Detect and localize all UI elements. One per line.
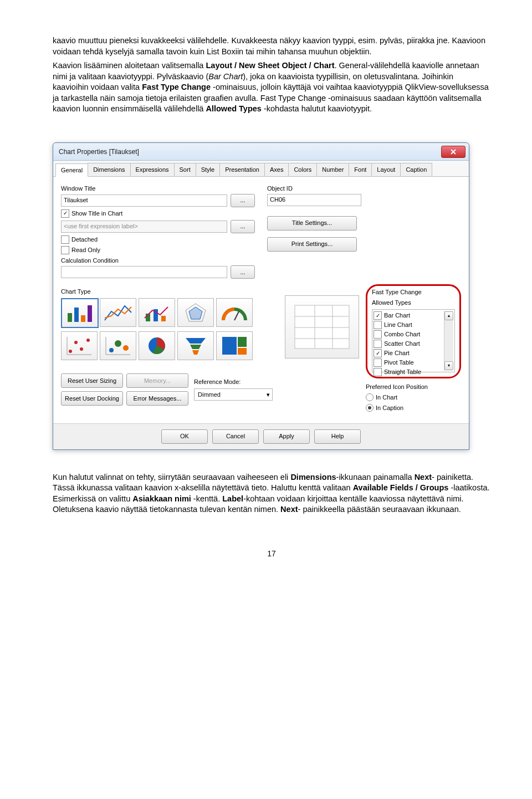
print-settings-button[interactable]: Print Settings... [267, 237, 357, 252]
reference-mode-label: Reference Mode: [194, 378, 273, 386]
tab-colors[interactable]: Colors [288, 163, 317, 176]
t: Bar Chart [208, 72, 243, 81]
chart-subtype-preview[interactable] [285, 295, 359, 358]
allowed-type-row[interactable]: ✓Pie Chart [374, 349, 444, 358]
fast-type-change-highlight: Fast Type Change Allowed Types ✓Bar Char… [366, 284, 461, 378]
t: Next [415, 473, 432, 482]
chart-type-pie[interactable] [139, 331, 175, 360]
scroll-down-icon[interactable]: ▾ [444, 361, 453, 370]
t: -kohdasta halutut kaaviotyypit. [262, 104, 372, 113]
ftc-allowed-label: Allowed Types [372, 299, 455, 307]
allowed-type-checkbox[interactable] [374, 368, 382, 376]
object-id-input[interactable]: CH06 [267, 194, 361, 206]
allowed-type-row[interactable]: Line Chart [374, 320, 444, 330]
title-expression-expr-button[interactable]: ... [231, 220, 255, 233]
ok-button[interactable]: OK [161, 429, 208, 444]
reference-mode-value: Dimmed [198, 391, 221, 399]
chart-type-block[interactable] [216, 331, 253, 360]
window-title-expr-button[interactable]: ... [231, 194, 255, 207]
tab-expressions[interactable]: Expressions [130, 163, 175, 176]
show-title-checkbox[interactable]: ✓ [61, 209, 69, 218]
tab-general[interactable]: General [55, 163, 88, 177]
allowed-type-label: Bar Chart [384, 311, 410, 320]
title-settings-button[interactable]: Title Settings... [267, 216, 357, 231]
tab-style[interactable]: Style [196, 163, 220, 176]
intro-para-2: Kaavion lisääminen aloitetaan valitsemal… [53, 60, 490, 115]
tab-layout[interactable]: Layout [371, 163, 401, 176]
title-expression-input[interactable]: <use first expression label> [61, 221, 227, 233]
reference-mode-combo[interactable]: Dimmed ▾ [194, 388, 273, 401]
calc-cond-input[interactable] [61, 266, 227, 278]
help-button[interactable]: Help [314, 429, 361, 444]
window-title-label: Window Title [61, 185, 255, 193]
svg-marker-23 [190, 345, 201, 349]
close-icon [451, 149, 456, 155]
calc-cond-expr-button[interactable]: ... [231, 265, 255, 279]
svg-rect-6 [161, 316, 166, 321]
chart-type-grid[interactable] [100, 331, 136, 360]
error-messages-button[interactable]: Error Messages... [126, 391, 188, 406]
window-title-input[interactable]: Tilaukset [61, 194, 227, 207]
svg-point-19 [115, 340, 121, 347]
allowed-type-row[interactable]: Combo Chart [374, 330, 444, 339]
readonly-checkbox[interactable] [61, 246, 69, 254]
svg-rect-1 [74, 308, 79, 322]
allowed-type-label: Straight Table [384, 368, 421, 376]
tab-axes[interactable]: Axes [264, 163, 289, 176]
in-caption-radio[interactable] [366, 404, 374, 412]
allowed-type-checkbox[interactable]: ✓ [374, 349, 382, 357]
tab-caption[interactable]: Caption [400, 163, 432, 176]
cancel-button[interactable]: Cancel [212, 429, 259, 444]
svg-marker-24 [192, 350, 199, 355]
detached-checkbox[interactable] [61, 235, 69, 244]
chart-type-combo[interactable] [139, 298, 175, 327]
list-scrollbar[interactable]: ▴ ▾ [444, 311, 453, 371]
svg-point-20 [123, 345, 129, 351]
svg-marker-8 [189, 307, 202, 319]
memory-button[interactable]: Memory... [126, 373, 188, 388]
chart-type-line[interactable] [100, 298, 136, 327]
reset-user-docking-button[interactable]: Reset User Docking [61, 391, 123, 406]
t: Asiakkaan nimi [132, 494, 191, 503]
tab-font[interactable]: Font [349, 163, 372, 176]
allowed-type-label: Line Chart [384, 321, 412, 329]
ftc-label: Fast Type Change [372, 288, 455, 296]
close-button[interactable] [441, 146, 466, 158]
chart-properties-dialog: Chart Properties [Tilaukset] General Dim… [53, 142, 469, 450]
apply-button[interactable]: Apply [263, 429, 310, 444]
svg-point-13 [86, 339, 90, 342]
readonly-label: Read Only [71, 246, 100, 254]
allowed-type-row[interactable]: Pivot Table [374, 358, 444, 367]
reset-user-sizing-button[interactable]: Reset User Sizing [61, 373, 123, 388]
dialog-button-bar: OK Cancel Apply Help [53, 423, 469, 449]
scroll-up-icon[interactable]: ▴ [444, 311, 453, 320]
allowed-type-checkbox[interactable] [374, 330, 382, 339]
chart-type-scatter[interactable] [61, 331, 98, 360]
allowed-types-list[interactable]: ✓Bar ChartLine ChartCombo ChartScatter C… [372, 309, 455, 372]
tab-dimensions[interactable]: Dimensions [88, 163, 130, 176]
dialog-titlebar: Chart Properties [Tilaukset] [53, 143, 469, 161]
chart-type-funnel[interactable] [177, 331, 214, 360]
chart-type-radar[interactable] [177, 298, 214, 327]
tab-number[interactable]: Number [316, 163, 349, 176]
allowed-type-checkbox[interactable] [374, 321, 382, 329]
t: Dimensions [290, 473, 336, 482]
show-title-label: Show Title in Chart [71, 209, 122, 218]
allowed-type-checkbox[interactable] [374, 340, 382, 348]
tab-presentation[interactable]: Presentation [219, 163, 265, 176]
calc-cond-label: Calculation Condition [61, 257, 255, 265]
svg-rect-26 [238, 337, 247, 347]
allowed-type-checkbox[interactable] [374, 358, 382, 367]
in-chart-radio[interactable] [366, 393, 374, 401]
tab-sort[interactable]: Sort [174, 163, 196, 176]
svg-line-9 [234, 311, 239, 320]
allowed-type-row[interactable]: ✓Bar Chart [374, 311, 444, 320]
allowed-type-label: Combo Chart [384, 330, 420, 339]
allowed-type-checkbox[interactable]: ✓ [374, 311, 382, 320]
object-id-label: Object ID [267, 185, 461, 193]
chart-type-gauge[interactable] [216, 298, 253, 327]
chart-type-bar[interactable] [61, 298, 99, 328]
allowed-type-row[interactable]: Straight Table [374, 367, 444, 377]
allowed-type-row[interactable]: Scatter Chart [374, 339, 444, 349]
table-icon [291, 302, 352, 352]
